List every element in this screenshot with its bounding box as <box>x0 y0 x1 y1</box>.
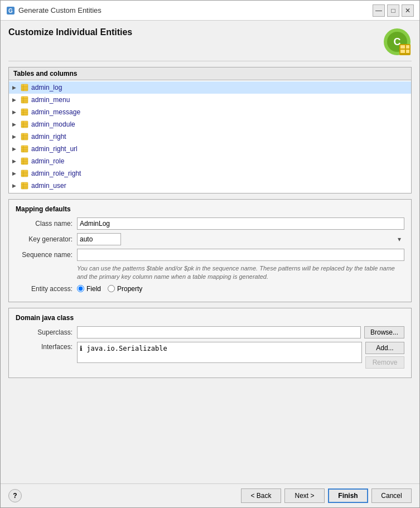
svg-rect-53 <box>21 187 28 188</box>
sequence-name-label: Sequence name: <box>16 251 77 259</box>
radio-property-input[interactable] <box>108 285 115 292</box>
svg-rect-16 <box>21 98 28 99</box>
maximize-button[interactable]: □ <box>387 4 399 17</box>
interfaces-row: Interfaces: ℹ java.io.Serializable Add..… <box>16 342 404 369</box>
table-row[interactable]: ▶ admin_right <box>9 130 411 143</box>
table-name: admin_role <box>31 157 64 165</box>
domain-section-title: Domain java class <box>16 314 404 322</box>
tree-arrow: ▶ <box>12 97 18 103</box>
svg-rect-51 <box>21 184 28 185</box>
table-name: admin_user <box>31 182 66 190</box>
table-row[interactable]: ▶ admin_role_right <box>9 167 411 180</box>
tables-section: Tables and columns ▶ admin_log ▶ <box>8 67 412 193</box>
help-button[interactable]: ? <box>8 489 22 502</box>
interfaces-textarea[interactable]: ℹ java.io.Serializable <box>77 342 362 363</box>
svg-rect-18 <box>21 101 28 103</box>
table-name: admin_module <box>31 120 75 128</box>
superclass-row: Superclass: Browse... <box>16 326 404 338</box>
svg-rect-52 <box>21 186 28 187</box>
remove-button[interactable]: Remove <box>365 356 404 369</box>
table-icon <box>20 132 29 141</box>
tree-arrow: ▶ <box>12 85 18 90</box>
next-button[interactable]: Next > <box>284 488 325 503</box>
svg-rect-12 <box>21 88 28 89</box>
tables-section-header: Tables and columns <box>9 67 411 80</box>
svg-rect-42 <box>21 161 28 162</box>
svg-rect-29 <box>23 121 24 128</box>
svg-rect-23 <box>21 114 28 115</box>
add-button[interactable]: Add... <box>365 342 404 354</box>
radio-field-label: Field <box>86 285 101 293</box>
table-row[interactable]: ▶ admin_log <box>9 81 411 94</box>
mapping-section-title: Mapping defaults <box>16 205 404 213</box>
table-row[interactable]: ▶ admin_role <box>9 155 411 167</box>
superclass-label: Superclass: <box>16 328 77 336</box>
superclass-input[interactable] <box>77 326 361 338</box>
tree-arrow: ▶ <box>12 146 18 152</box>
sequence-name-input[interactable] <box>77 249 404 261</box>
svg-rect-43 <box>21 163 28 164</box>
table-icon <box>20 95 29 104</box>
interfaces-buttons: Add... Remove <box>365 342 404 369</box>
svg-rect-19 <box>23 96 24 103</box>
svg-rect-28 <box>21 126 28 127</box>
page-title: Customize Individual Entities <box>8 27 132 37</box>
browse-button[interactable]: Browse... <box>364 326 404 338</box>
table-icon <box>20 83 29 92</box>
finish-button[interactable]: Finish <box>328 488 368 503</box>
entity-access-label: Entity access: <box>16 285 77 293</box>
radio-field[interactable]: Field <box>77 285 101 293</box>
back-button[interactable]: < Back <box>241 488 281 503</box>
svg-rect-48 <box>21 175 28 176</box>
svg-rect-37 <box>21 149 28 150</box>
table-name: admin_message <box>31 108 80 116</box>
key-generator-row: Key generator: auto native sequence assi… <box>16 233 404 245</box>
table-row[interactable]: ▶ admin_right_url <box>9 143 411 155</box>
table-name: admin_right <box>31 133 66 141</box>
minimize-button[interactable]: — <box>373 4 385 17</box>
entity-access-radio-group: Field Property <box>77 285 142 293</box>
table-row[interactable]: ▶ admin_menu <box>9 94 411 106</box>
table-icon <box>20 157 29 166</box>
svg-rect-8 <box>400 50 405 53</box>
table-icon <box>20 144 29 153</box>
radio-field-input[interactable] <box>77 285 84 292</box>
tree-arrow: ▶ <box>12 183 18 188</box>
svg-text:G: G <box>8 8 13 14</box>
sequence-name-row: Sequence name: <box>16 249 404 261</box>
tables-panel: Tables and columns ▶ admin_log ▶ <box>8 67 412 193</box>
close-button[interactable]: ✕ <box>402 4 414 17</box>
table-name: admin_log <box>31 84 62 91</box>
key-generator-label: Key generator: <box>16 235 77 243</box>
svg-rect-49 <box>23 170 24 177</box>
domain-section: Domain java class Superclass: Browse... … <box>8 308 412 378</box>
entity-access-row: Entity access: Field Property <box>16 285 404 293</box>
tables-list[interactable]: ▶ admin_log ▶ admin_menu ▶ <box>9 80 411 193</box>
svg-rect-39 <box>23 146 24 152</box>
table-row[interactable]: ▶ admin_message <box>9 106 411 118</box>
svg-rect-21 <box>21 110 28 112</box>
bottom-bar: ? < Back Next > Finish Cancel <box>1 483 419 507</box>
table-row[interactable]: ▶ admin_user <box>9 180 411 192</box>
svg-rect-24 <box>23 109 24 115</box>
class-name-input[interactable] <box>77 217 404 230</box>
title-bar-left: G Generate Custom Entities <box>6 6 102 15</box>
table-name: admin_menu <box>31 96 70 104</box>
cancel-button[interactable]: Cancel <box>371 488 412 503</box>
header-logo: C <box>383 27 412 56</box>
radio-property[interactable]: Property <box>108 285 142 293</box>
table-name: admin_right_url <box>31 145 78 153</box>
interfaces-textarea-wrap: ℹ java.io.Serializable <box>77 342 362 363</box>
sequence-hint: You can use the patterns $table and/or $… <box>77 264 404 282</box>
table-row[interactable]: ▶ admin_module <box>9 118 411 130</box>
svg-rect-44 <box>23 158 24 165</box>
tree-arrow: ▶ <box>12 122 18 127</box>
tree-arrow: ▶ <box>12 109 18 115</box>
browse-button-wrap: Browse... <box>364 326 404 338</box>
svg-rect-26 <box>21 123 28 124</box>
svg-rect-14 <box>23 84 24 91</box>
svg-rect-33 <box>21 138 28 139</box>
svg-rect-13 <box>21 89 28 90</box>
key-generator-select[interactable]: auto native sequence assigned <box>77 233 121 245</box>
window-body: Customize Individual Entities C Tables a… <box>1 21 419 483</box>
